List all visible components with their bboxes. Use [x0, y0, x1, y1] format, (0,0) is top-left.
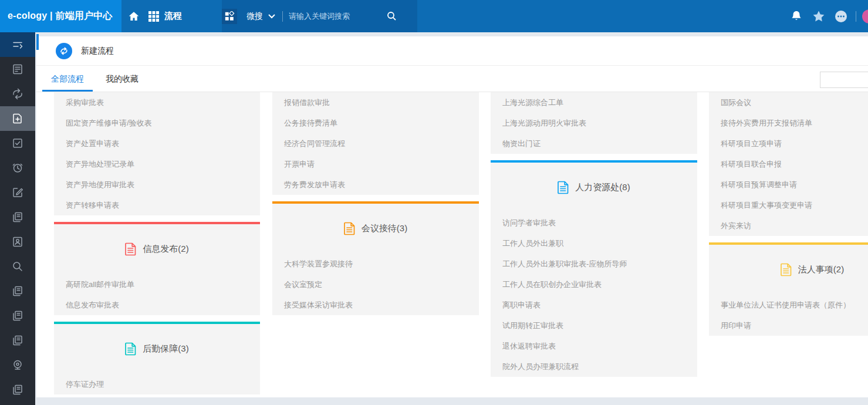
document-icon — [558, 181, 569, 194]
workflow-item[interactable]: 上海光源动用明火审批表 — [491, 113, 697, 133]
copy-docs-icon — [12, 211, 23, 223]
sidebar-item-copy-docs[interactable] — [0, 377, 35, 402]
document-icon — [125, 242, 136, 256]
category-card: 会议接待(3)大科学装置参观接待会议室预定接受媒体采访审批表 — [272, 201, 479, 315]
workflow-item[interactable]: 会议室预定 — [272, 274, 479, 295]
process-filter-input[interactable] — [820, 72, 868, 88]
sidebar — [0, 32, 35, 405]
category-title: 会议接待(3) — [362, 223, 407, 234]
workflow-item[interactable]: 接待外宾费用开支报销清单 — [709, 113, 868, 133]
workflow-item[interactable]: 工作人员外出兼职审批表-应物所导师 — [491, 254, 697, 274]
workflow-item[interactable]: 科研项目重大事项变更申请 — [709, 195, 868, 215]
topbar-right — [785, 0, 868, 32]
search-icon[interactable] — [387, 11, 397, 21]
workflow-item[interactable]: 资产异地使用审批表 — [54, 174, 260, 195]
sidebar-item-workflow-sync[interactable] — [0, 82, 35, 106]
tabbar: 全部流程 我的收藏 — [36, 66, 868, 92]
grid-icon — [148, 11, 160, 22]
workflow-item[interactable]: 试用期转正审批表 — [491, 315, 697, 336]
workflow-item[interactable]: 经济合同管理流程 — [272, 133, 479, 154]
copy-docs-icon — [12, 285, 23, 297]
nav-process[interactable]: 流程 — [148, 0, 182, 32]
favorite-star-icon[interactable] — [808, 10, 830, 22]
workflow-item[interactable]: 资产转移申请表 — [54, 195, 260, 215]
workflow-item[interactable]: 报销借款审批 — [272, 92, 479, 113]
category-title: 法人事项(2) — [798, 264, 844, 275]
sidebar-item-copy-docs[interactable] — [0, 303, 35, 328]
apps-icon[interactable] — [222, 9, 237, 24]
active-tab-underline — [42, 90, 93, 92]
workflow-item[interactable]: 退休返聘审批表 — [491, 336, 697, 356]
new-document-icon — [12, 113, 23, 124]
category-header[interactable]: 人力资源处(8) — [491, 163, 697, 212]
category-header[interactable]: 会议接待(3) — [272, 204, 479, 254]
workflow-item[interactable]: 工作人员外出兼职 — [491, 233, 697, 254]
category-card: 采购审批表固定资产维修申请/验收表资产处置申请表资产异地处理记录单资产异地使用审… — [54, 92, 260, 215]
sidebar-items — [0, 32, 35, 402]
workflow-item[interactable]: 信息发布审批表 — [54, 295, 260, 315]
workflow-item[interactable]: 外宾来访 — [709, 215, 868, 236]
workflow-item[interactable]: 事业单位法人证书使用申请表（原件） — [709, 295, 868, 315]
workflow-item[interactable]: 用印申请 — [709, 315, 868, 336]
sidebar-item-copy-docs[interactable] — [0, 328, 35, 353]
workflow-item[interactable]: 物资出门证 — [491, 133, 697, 154]
workflow-item[interactable]: 劳务费发放申请表 — [272, 174, 479, 195]
workflow-item[interactable]: 资产异地处理记录单 — [54, 154, 260, 174]
workflow-item[interactable]: 采购审批表 — [54, 92, 260, 113]
category-card: 法人事项(2)事业单位法人证书使用申请表（原件）用印申请 — [709, 242, 868, 336]
workflow-item[interactable]: 固定资产维修申请/验收表 — [54, 113, 260, 133]
sidebar-item-edit[interactable] — [0, 180, 35, 205]
sidebar-item-new-document[interactable] — [0, 106, 35, 131]
copy-docs-icon — [12, 310, 23, 322]
sidebar-item-todo-check[interactable] — [0, 131, 35, 156]
sidebar-item-menu-toggle[interactable] — [0, 32, 35, 57]
workflow-item[interactable]: 资产处置申请表 — [54, 133, 260, 154]
sidebar-item-contact-card[interactable] — [0, 230, 35, 254]
workflow-item[interactable]: 国际会议 — [709, 92, 868, 113]
workflow-item[interactable]: 科研项目联合申报 — [709, 154, 868, 174]
menu-toggle-icon — [12, 39, 23, 50]
workflow-item[interactable]: 访问学者审批表 — [491, 212, 697, 233]
app-logo[interactable]: e-cology | 前端用户中心 — [0, 0, 121, 32]
tab-my-favorites[interactable]: 我的收藏 — [104, 66, 140, 92]
monitor-icon — [12, 359, 23, 371]
document-icon — [125, 342, 136, 356]
tab-all-processes[interactable]: 全部流程 — [42, 66, 93, 92]
avatar[interactable] — [862, 9, 868, 23]
sidebar-item-search[interactable] — [0, 254, 35, 279]
sidebar-item-copy-docs[interactable] — [0, 279, 35, 303]
sidebar-item-clock[interactable] — [0, 156, 35, 180]
sidebar-item-monitor[interactable] — [0, 353, 35, 377]
chevron-down-icon[interactable] — [268, 14, 275, 19]
document-icon — [781, 263, 792, 276]
workflow-module-icon — [56, 43, 72, 59]
workflow-item[interactable]: 开票申请 — [272, 154, 479, 174]
nav-process-label: 流程 — [164, 11, 182, 22]
bell-icon[interactable] — [785, 10, 808, 22]
workflow-item[interactable]: 科研项目预算调整申请 — [709, 174, 868, 195]
category-header[interactable]: 后勤保障(3) — [54, 324, 260, 374]
more-options-icon[interactable] — [830, 9, 852, 23]
page-header: 新建流程 — [36, 36, 868, 66]
category-title: 信息发布(2) — [143, 244, 188, 255]
workflow-item[interactable]: 大科学装置参观接待 — [272, 254, 479, 274]
search-scope-label[interactable]: 微搜 — [246, 11, 263, 22]
workflow-item[interactable]: 科研项目立项申请 — [709, 133, 868, 154]
workflow-item[interactable]: 停车证办理 — [54, 374, 260, 394]
workflow-item[interactable]: 接受媒体采访审批表 — [272, 295, 479, 315]
workflow-item[interactable]: 公务接待费清单 — [272, 113, 479, 133]
workflow-item[interactable]: 工作人员在职创办企业审批表 — [491, 274, 697, 295]
category-header[interactable]: 法人事项(2) — [709, 245, 868, 295]
workflow-item[interactable]: 院外人员办理兼职流程 — [491, 356, 697, 377]
workflow-item[interactable]: 高研院all邮件审批单 — [54, 274, 260, 295]
category-header[interactable]: 信息发布(2) — [54, 224, 260, 274]
workflow-sync-icon — [11, 88, 24, 100]
sidebar-item-doc-list[interactable] — [0, 57, 35, 82]
category-title: 人力资源处(8) — [575, 182, 630, 193]
sidebar-item-copy-docs[interactable] — [0, 205, 35, 230]
category-card: 信息发布(2)高研院all邮件审批单信息发布审批表 — [54, 222, 260, 315]
workflow-item[interactable]: 离职申请表 — [491, 295, 697, 315]
keyword-search-input[interactable] — [289, 12, 386, 21]
workflow-item[interactable]: 上海光源综合工单 — [491, 92, 697, 113]
home-icon[interactable] — [126, 0, 142, 32]
